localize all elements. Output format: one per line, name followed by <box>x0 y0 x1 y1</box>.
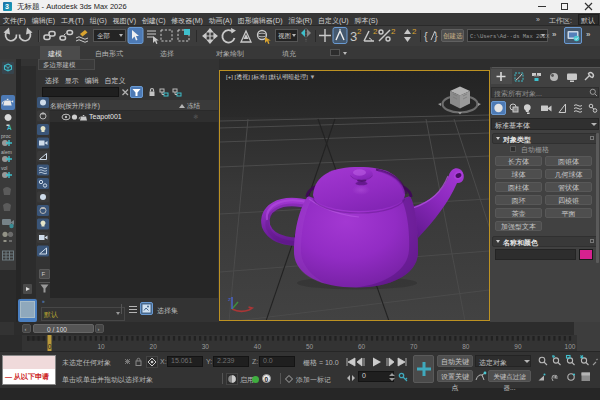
svg-text:2: 2 <box>357 27 362 36</box>
svg-text:100: 100 <box>565 343 576 350</box>
svg-text:alem: alem <box>1 149 12 155</box>
svg-text:2: 2 <box>412 27 417 36</box>
svg-text:vol: vol <box>1 165 7 171</box>
svg-text:proc: proc <box>1 133 11 139</box>
svg-text:2: 2 <box>373 27 378 36</box>
svg-text:z: z <box>228 296 231 302</box>
svg-text:10: 10 <box>97 343 105 350</box>
svg-text:90: 90 <box>514 343 522 350</box>
svg-text:50: 50 <box>306 343 314 350</box>
svg-text:{: { <box>424 30 428 42</box>
svg-text:80: 80 <box>462 343 470 350</box>
svg-text:70: 70 <box>410 343 418 350</box>
svg-text:0: 0 <box>48 343 52 350</box>
svg-text:40: 40 <box>254 343 262 350</box>
svg-text:30: 30 <box>202 343 210 350</box>
svg-text:A: A <box>7 124 12 131</box>
svg-text:20: 20 <box>150 343 158 350</box>
svg-text:60: 60 <box>358 343 366 350</box>
svg-text:2: 2 <box>391 27 396 36</box>
